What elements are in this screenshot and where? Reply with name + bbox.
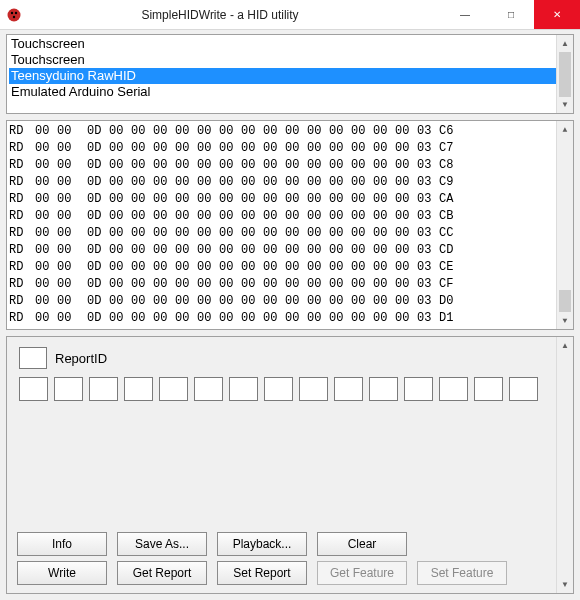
log-cell: 00 [285,259,307,276]
byte-input[interactable] [299,377,328,401]
get-report-button[interactable]: Get Report [117,561,207,585]
log-cell: 0D [87,259,109,276]
byte-input[interactable] [194,377,223,401]
byte-input[interactable] [474,377,503,401]
log-cell: 00 [153,259,175,276]
set-report-button[interactable]: Set Report [217,561,307,585]
log-cell: 00 [57,310,87,327]
byte-input[interactable] [369,377,398,401]
scroll-thumb[interactable] [559,52,571,97]
log-cell: 00 [285,140,307,157]
byte-input[interactable] [264,377,293,401]
log-cell: 00 [373,310,395,327]
scroll-down-icon[interactable]: ▼ [557,96,573,113]
log-cell: 00 [57,140,87,157]
log-cell: 0D [87,208,109,225]
scroll-up-icon[interactable]: ▲ [557,337,573,354]
log-cell: 00 [197,123,219,140]
log-cell: 00 [241,157,263,174]
device-item[interactable]: Emulated Arduino Serial [9,84,571,100]
log-cell: 00 [131,276,153,293]
log-cell: 00 [285,276,307,293]
log-cell: 00 [241,174,263,191]
device-item[interactable]: Touchscreen [9,52,571,68]
log-cell: 00 [373,208,395,225]
device-item[interactable]: Teensyduino RawHID [9,68,571,84]
log-cell: 00 [395,310,417,327]
report-id-input[interactable] [19,347,47,369]
device-list[interactable]: TouchscreenTouchscreenTeensyduino RawHID… [6,34,574,114]
log-cell: 00 [175,293,197,310]
byte-input[interactable] [334,377,363,401]
close-button[interactable]: ✕ [534,0,580,29]
log-cell: 00 [351,242,373,259]
log-cell: 00 [373,140,395,157]
scroll-down-icon[interactable]: ▼ [557,576,573,593]
titlebar[interactable]: SimpleHIDWrite - a HID utility — □ ✕ [0,0,580,30]
log-cell: 00 [153,310,175,327]
playback-button[interactable]: Playback... [217,532,307,556]
scroll-up-icon[interactable]: ▲ [557,35,573,52]
log-cell: 00 [351,225,373,242]
log-cell: 00 [351,259,373,276]
log-cell: 00 [109,310,131,327]
byte-input[interactable] [509,377,538,401]
log-cell: 00 [241,123,263,140]
log-cell: 00 [351,140,373,157]
clear-button[interactable]: Clear [317,532,407,556]
log-cell: 00 [307,123,329,140]
byte-input[interactable] [229,377,258,401]
log-cell: RD [9,123,35,140]
log-cell: 00 [307,208,329,225]
log-cell: 00 [373,123,395,140]
log-cell: 00 [395,123,417,140]
log-cell: 00 [109,157,131,174]
log-cell: 00 [373,293,395,310]
log-cell: 00 [219,242,241,259]
log-cell: 00 [241,310,263,327]
log-cell: 03 [417,123,439,140]
log-cell: 00 [175,174,197,191]
save-as-button[interactable]: Save As... [117,532,207,556]
log-cell: 03 [417,242,439,259]
log-cell: 00 [197,310,219,327]
info-button[interactable]: Info [17,532,107,556]
scroll-thumb[interactable] [559,290,571,312]
log-cell: C7 [439,140,465,157]
maximize-button[interactable]: □ [488,0,534,29]
log-cell: 00 [197,174,219,191]
log-cell: RD [9,140,35,157]
byte-input[interactable] [89,377,118,401]
write-button[interactable]: Write [17,561,107,585]
log-cell: 00 [153,225,175,242]
input-panel-scrollbar[interactable]: ▲ ▼ [556,337,573,593]
byte-input[interactable] [404,377,433,401]
log-scrollbar[interactable]: ▲ ▼ [556,121,573,329]
scroll-up-icon[interactable]: ▲ [557,121,573,138]
scroll-down-icon[interactable]: ▼ [557,312,573,329]
log-cell: 00 [285,310,307,327]
log-cell: 00 [307,140,329,157]
log-cell: 00 [285,174,307,191]
log-cell: 00 [241,208,263,225]
log-cell: 00 [153,242,175,259]
byte-input[interactable] [159,377,188,401]
log-row: RD00000D000000000000000000000000000003C6 [9,123,571,140]
device-item[interactable]: Touchscreen [9,36,571,52]
minimize-button[interactable]: — [442,0,488,29]
byte-input[interactable] [19,377,48,401]
log-cell: 00 [263,140,285,157]
log-cell: 0D [87,242,109,259]
log-cell: 00 [351,174,373,191]
log-cell: 00 [263,157,285,174]
report-id-label: ReportID [55,351,107,366]
log-cell: 00 [263,310,285,327]
byte-input[interactable] [54,377,83,401]
log-cell: 00 [35,242,57,259]
log-cell: 00 [263,276,285,293]
log-cell: 0D [87,310,109,327]
byte-input[interactable] [439,377,468,401]
log-cell: C6 [439,123,465,140]
byte-input[interactable] [124,377,153,401]
device-list-scrollbar[interactable]: ▲ ▼ [556,35,573,113]
